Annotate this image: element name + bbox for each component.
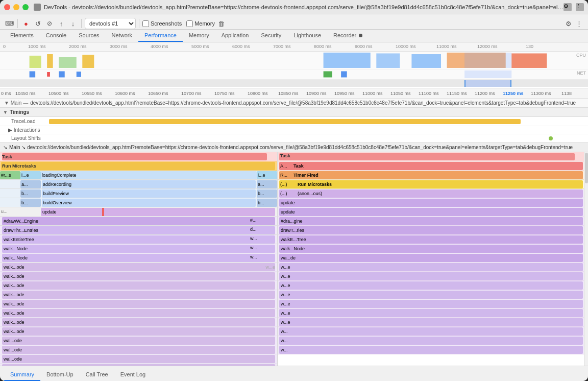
cell-2-0[interactable]: b... [20,189,41,198]
tab-summary[interactable]: Summary [4,369,40,381]
right-task-inner[interactable]: A... Task [279,162,583,170]
walk-ode-bar-11[interactable]: wal...ode [2,364,275,366]
tab-application[interactable]: Application [215,30,255,42]
right-we-bar-6[interactable]: w...e [279,318,583,326]
right-update2-inner[interactable]: update [279,208,583,216]
cell-0-1[interactable]: i...e [20,171,41,179]
tab-bottom-up[interactable]: Bottom-Up [40,369,80,381]
settings-panel-button[interactable]: ⚙ [564,18,574,29]
cell-2-1[interactable]: buildPreview [42,189,256,198]
tab-memory[interactable]: Memory [183,30,215,42]
clear-button[interactable]: ⊘ [44,18,55,29]
memory-checkbox-label[interactable]: Memory [186,20,215,27]
walk-ode-bar-8[interactable]: wal...ode [2,337,275,345]
cell-3-0[interactable]: b... [20,199,41,207]
tab-call-tree[interactable]: Call Tree [80,369,114,381]
cell-0-2[interactable]: loadingComplete [41,171,257,179]
right-drawT-inner[interactable]: drawT...ries [279,226,583,234]
right-we-bar-8[interactable]: w... [279,337,583,345]
walk-tree-bar[interactable]: walkEntireTree [2,235,275,244]
update-bar[interactable]: update [41,208,275,216]
record-button[interactable]: ● [21,18,31,29]
draw-engine-bar[interactable]: #drawW...Engine [2,217,275,225]
cell-1-0[interactable]: a... [20,180,41,188]
right-draw-gine-inner[interactable]: #dra...gine [279,217,583,225]
walk-ode-bar-6[interactable]: walk...ode [2,318,275,326]
walk-ode-bar-4[interactable]: walk...ode [2,300,275,308]
right-we-bar-0[interactable]: w...e [279,263,583,271]
right-walkNode-inner[interactable]: walk...Node [279,245,583,253]
dock-button[interactable]: ⌨ [4,18,14,29]
cell-1-1[interactable]: addRecording [42,180,256,188]
tab-lighthouse[interactable]: Lighthouse [287,30,327,42]
cell-0-0[interactable]: #r...s [0,171,20,179]
right-microtasks-inner[interactable]: (...) Run Microtasks [279,180,583,188]
right-we-bar-4[interactable]: w...e [279,300,583,308]
draw-entries-bar[interactable]: drawThr...Entries [2,226,275,234]
right-we-bar-2[interactable]: w...e [279,281,583,290]
cell-2-2[interactable]: b... [257,189,277,198]
right-wade-inner[interactable]: wa...de [279,254,583,262]
right-update1-inner[interactable]: update [279,199,583,207]
lfc-row-2: b... buildPreview b... [0,189,277,198]
right-we-bar-9[interactable]: w... [279,346,583,354]
net-chart [0,70,588,78]
tr-10750: 10750 ms [214,91,235,96]
close-button[interactable] [4,4,10,10]
walk-ode-bar-1[interactable]: walk...ode [2,272,275,280]
tab-network[interactable]: Network [106,30,138,42]
right-we-bar-1[interactable]: w...e [279,272,583,280]
right-walkE-inner[interactable]: walkE...Tree [279,235,583,244]
more-options-icon[interactable]: ⋮ [576,3,584,11]
tab-recorder[interactable]: Recorder ⏺ [327,30,370,42]
more-panel-button[interactable]: ⋮ [574,18,584,29]
right-timer-inner[interactable]: R... Timer Fired [279,171,583,179]
tab-security[interactable]: Security [255,30,287,42]
tab-elements[interactable]: Elements [4,30,40,42]
settings-icon[interactable]: ⚙ [564,3,572,11]
minimize-button[interactable] [13,4,19,10]
interactions-row[interactable]: ▶ Interactions [0,126,588,134]
bottom-tabs: Summary Bottom-Up Call Tree Event Log [0,366,588,381]
memory-checkbox[interactable] [186,20,193,27]
walk-ode-bar-7[interactable]: walk...ode [2,327,275,336]
net-bar: NET [0,69,588,80]
walk-ode-bar-2[interactable]: walk...ode [2,281,275,290]
vertical-scrollbar[interactable] [584,152,588,366]
selection-range[interactable] [464,80,511,87]
tab-performance[interactable]: Performance [138,30,183,42]
screenshots-checkbox[interactable] [142,20,149,27]
cell-3-1[interactable]: buildOverview [42,199,256,207]
scrollbar-thumb[interactable] [585,153,588,183]
walk-ode-bar-3[interactable]: walk...ode [2,291,275,299]
profile-select[interactable]: devtools #1 [85,18,136,29]
tab-event-log[interactable]: Event Log [114,369,152,381]
download-button[interactable]: ↓ [68,18,78,29]
walk-node1-bar[interactable]: walk...Node [2,245,275,253]
walk-node2-bar[interactable]: walk...Node [2,254,275,262]
reload-button[interactable]: ↺ [33,18,43,29]
walk-ode-bar-9[interactable]: wal...ode [2,346,275,354]
cell-1-2[interactable]: a... [257,180,277,188]
left-task-label: Task [2,154,12,159]
screenshots-checkbox-label[interactable]: Screenshots [142,20,182,27]
overview-selection[interactable] [0,80,588,87]
tab-console[interactable]: Console [40,30,72,42]
walk-ode-bar-5[interactable]: walk...ode [2,309,275,317]
right-we-bar-7[interactable]: w... [279,327,583,336]
maximize-button[interactable] [22,4,29,10]
trash-button[interactable]: 🗑 [216,18,227,29]
right-task-bar-full [279,153,575,160]
cell-3-2[interactable]: b... [257,199,277,207]
walk-ode-row-6: walk...ode [0,318,277,327]
right-we-bar-3[interactable]: w...e [279,291,583,299]
timings-header[interactable]: ▼ Timings [0,108,588,117]
mid-time-ruler: 0 ms 10450 ms 10500 ms 10550 ms 10600 ms… [0,88,588,99]
right-anon-inner[interactable]: (...) (anon...ous) [279,189,583,198]
upload-button[interactable]: ↑ [56,18,66,29]
walk-ode-bar-10[interactable]: wal...ode [2,355,275,363]
tab-sources[interactable]: Sources [72,30,105,42]
right-we-bar-5[interactable]: w...e [279,309,583,317]
cell-0-3[interactable]: i...e [257,171,277,179]
walk-ode-bar-0[interactable]: walk...ode [2,263,275,271]
